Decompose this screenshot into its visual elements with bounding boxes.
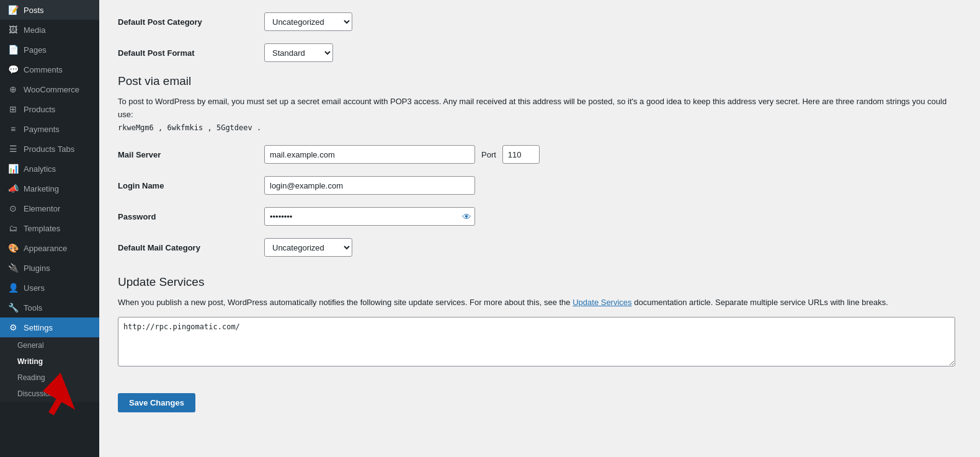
submenu-label: Reading <box>17 373 45 382</box>
sidebar: 📝Posts🖼Media📄Pages💬Comments⊕WooCommerce⊞… <box>0 0 99 457</box>
sidebar-item-label: Analytics <box>24 164 56 174</box>
submenu-label: Writing <box>17 357 43 366</box>
default-mail-category-select[interactable]: Uncategorized <box>264 238 352 257</box>
sidebar-item-woocommerce[interactable]: ⊕WooCommerce <box>0 79 99 99</box>
sidebar-item-label: Users <box>24 283 45 293</box>
password-wrapper: 👁 <box>264 207 475 226</box>
sidebar-item-appearance[interactable]: 🎨Appearance <box>0 238 99 258</box>
port-input[interactable] <box>502 145 540 164</box>
sidebar-item-label: Settings <box>24 323 53 332</box>
submenu-item-writing[interactable]: Writing <box>0 353 99 370</box>
port-label: Port <box>481 150 496 159</box>
submenu-item-reading[interactable]: Reading <box>0 370 99 386</box>
media-icon: 🖼 <box>7 25 19 35</box>
password-label: Password <box>118 212 254 221</box>
sidebar-item-payments[interactable]: ≡Payments <box>0 119 99 139</box>
post-via-email-heading: Post via email <box>118 74 961 88</box>
sidebar-item-templates[interactable]: 🗂Templates <box>0 218 99 238</box>
default-post-category-select[interactable]: Uncategorized <box>264 12 352 31</box>
sidebar-item-label: Marketing <box>24 184 59 193</box>
sidebar-item-marketing[interactable]: 📣Marketing <box>0 179 99 198</box>
update-services-desc: When you publish a new post, WordPress a… <box>118 296 955 309</box>
products-icon: ⊞ <box>7 104 19 114</box>
sidebar-item-label: Tools <box>24 303 42 313</box>
elementor-icon: ⊙ <box>7 203 19 213</box>
default-post-format-select[interactable]: Standard Aside Chat Gallery Image Video … <box>264 43 333 62</box>
random-strings: rkweMgm6 , 6wkfmkis , 5Ggtdeev . <box>118 123 261 132</box>
sidebar-item-label: Products <box>24 105 55 114</box>
sidebar-item-label: Elementor <box>24 204 60 213</box>
sidebar-item-label: Appearance <box>24 244 67 253</box>
toggle-password-button[interactable]: 👁 <box>462 212 471 221</box>
post-via-email-desc: To post to WordPress by email, you must … <box>118 95 955 134</box>
sidebar-item-products-tabs[interactable]: ☰Products Tabs <box>0 139 99 159</box>
default-post-category-row: Default Post Category Uncategorized <box>118 12 961 31</box>
posts-icon: 📝 <box>7 5 19 15</box>
woocommerce-icon: ⊕ <box>7 84 19 94</box>
users-icon: 👤 <box>7 283 19 293</box>
login-name-input[interactable] <box>264 176 475 195</box>
sidebar-item-posts[interactable]: 📝Posts <box>0 0 99 20</box>
password-input[interactable] <box>264 207 475 226</box>
default-post-format-label: Default Post Format <box>118 48 254 58</box>
settings-submenu: GeneralWritingReadingDiscussion <box>0 337 99 402</box>
sidebar-item-users[interactable]: 👤Users <box>0 278 99 298</box>
sidebar-item-analytics[interactable]: 📊Analytics <box>0 159 99 179</box>
templates-icon: 🗂 <box>7 223 19 233</box>
sidebar-item-label: Comments <box>24 65 63 74</box>
update-services-textarea[interactable]: http://rpc.pingomatic.com/ <box>118 317 955 366</box>
plugins-icon: 🔌 <box>7 263 19 273</box>
sidebar-item-label: Media <box>24 25 45 35</box>
sidebar-item-label: WooCommerce <box>24 85 79 94</box>
submenu-label: General <box>17 341 44 350</box>
payments-icon: ≡ <box>7 124 19 134</box>
sidebar-item-label: Templates <box>24 224 60 233</box>
update-services-heading: Update Services <box>118 275 961 289</box>
settings-icon: ⚙ <box>7 322 19 332</box>
sidebar-item-media[interactable]: 🖼Media <box>0 20 99 40</box>
default-mail-category-label: Default Mail Category <box>118 243 254 252</box>
default-post-format-row: Default Post Format Standard Aside Chat … <box>118 43 961 62</box>
post-via-email-section: Post via email To post to WordPress by e… <box>118 74 961 257</box>
mail-server-group: Port <box>264 145 540 164</box>
comments-icon: 💬 <box>7 64 19 74</box>
appearance-icon: 🎨 <box>7 243 19 253</box>
update-services-section: Update Services When you publish a new p… <box>118 275 961 368</box>
mail-server-row: Mail Server Port <box>118 145 961 164</box>
marketing-icon: 📣 <box>7 184 19 193</box>
sidebar-item-comments[interactable]: 💬Comments <box>0 60 99 79</box>
analytics-icon: 📊 <box>7 164 19 174</box>
submenu-item-general[interactable]: General <box>0 337 99 353</box>
sidebar-item-pages[interactable]: 📄Pages <box>0 40 99 60</box>
sidebar-item-products[interactable]: ⊞Products <box>0 99 99 119</box>
save-changes-button[interactable]: Save Changes <box>118 393 195 412</box>
sidebar-item-elementor[interactable]: ⊙Elementor <box>0 198 99 218</box>
pages-icon: 📄 <box>7 45 19 55</box>
tools-icon: 🔧 <box>7 303 19 313</box>
submenu-label: Discussion <box>17 389 53 398</box>
default-mail-category-row: Default Mail Category Uncategorized <box>118 238 961 257</box>
default-post-category-label: Default Post Category <box>118 17 254 27</box>
sidebar-item-label: Payments <box>24 125 60 134</box>
sidebar-item-label: Products Tabs <box>24 144 74 154</box>
login-name-label: Login Name <box>118 181 254 190</box>
mail-server-label: Mail Server <box>118 150 254 159</box>
update-services-link[interactable]: Update Services <box>572 298 631 307</box>
mail-server-input[interactable] <box>264 145 475 164</box>
password-row: Password 👁 <box>118 207 961 226</box>
products-tabs-icon: ☰ <box>7 144 19 154</box>
sidebar-item-plugins[interactable]: 🔌Plugins <box>0 258 99 278</box>
sidebar-item-label: Pages <box>24 45 47 55</box>
sidebar-item-tools[interactable]: 🔧Tools <box>0 298 99 317</box>
main-content: Default Post Category Uncategorized Defa… <box>99 0 980 457</box>
sidebar-item-label: Plugins <box>24 264 50 273</box>
sidebar-item-label: Posts <box>24 6 44 15</box>
login-name-row: Login Name <box>118 176 961 195</box>
submenu-item-discussion[interactable]: Discussion <box>0 386 99 402</box>
sidebar-item-settings[interactable]: ⚙Settings <box>0 317 99 337</box>
sidebar-nav: 📝Posts🖼Media📄Pages💬Comments⊕WooCommerce⊞… <box>0 0 99 402</box>
